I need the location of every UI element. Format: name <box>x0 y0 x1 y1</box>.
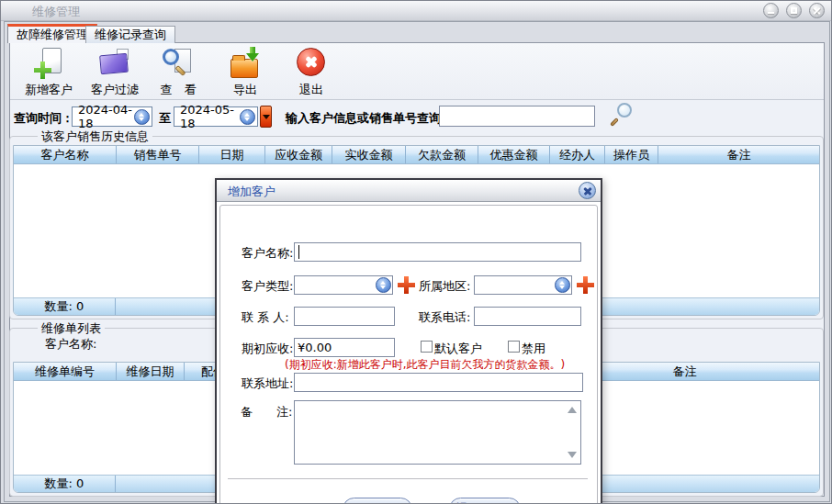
contact-address-input[interactable] <box>294 373 583 392</box>
export-label: 导出 <box>209 82 281 98</box>
new-customer-button[interactable]: 新增客户 <box>13 47 84 98</box>
disabled-label: 禁用 <box>522 341 545 357</box>
text-caret <box>298 245 299 259</box>
view-icon <box>162 47 195 80</box>
region-label: 所属地区: <box>419 278 470 295</box>
sales-history-table-header: 客户名称销售单号日期应收金额实收金额欠款金额优惠金额经办人操作员备注 <box>14 146 819 164</box>
add-customer-dialog: 增加客户 客户名称: 客户类型: 所属地区: 联 系 人: 联系电话: 期初应收… <box>215 178 602 504</box>
remark-textarea[interactable] <box>294 400 581 465</box>
search-input[interactable] <box>439 106 595 127</box>
magnifier-icon <box>617 103 632 118</box>
search-label: 输入客户信息或销售单号查询： <box>286 110 453 127</box>
minimize-icon <box>768 12 774 14</box>
minimize-button[interactable] <box>763 3 779 18</box>
opening-balance-input[interactable] <box>294 338 395 357</box>
column-header[interactable]: 维修日期 <box>116 363 184 380</box>
contact-person-input[interactable] <box>294 307 395 326</box>
disabled-checkbox[interactable] <box>508 341 520 353</box>
repair-list-group-title: 维修单列表 <box>38 320 105 337</box>
repair-customer-label: 客户名称: <box>45 336 96 353</box>
column-header[interactable]: 操作员 <box>604 146 658 163</box>
dialog-exit-button[interactable]: 退出(Esc) <box>449 498 521 504</box>
customer-filter-button[interactable]: 客户过滤 <box>79 47 151 98</box>
default-customer-label: 默认客户 <box>434 341 482 357</box>
sales-history-group-title: 该客户销售历史信息 <box>38 129 152 145</box>
contact-phone-input[interactable] <box>474 307 581 326</box>
combo-spinner-icon[interactable] <box>376 277 391 293</box>
date-from-field[interactable]: 2024-04-18 <box>72 106 152 127</box>
save-button[interactable]: 保存(F5) <box>343 498 412 504</box>
dialog-title: 增加客户 <box>228 184 275 200</box>
add-customer-type-button[interactable] <box>398 276 415 294</box>
default-customer-checkbox[interactable] <box>421 341 433 353</box>
column-header[interactable]: 日期 <box>198 146 264 163</box>
column-header[interactable]: 客户名称 <box>14 146 116 163</box>
column-header[interactable]: 欠款金额 <box>405 146 478 163</box>
dialog-body: 客户名称: 客户类型: 所属地区: 联 系 人: 联系电话: 期初应收: 默认客… <box>219 205 598 504</box>
exit-label: 退出 <box>275 82 347 98</box>
date-from-value: 2024-04-18 <box>78 103 134 130</box>
maximize-button[interactable] <box>786 3 802 18</box>
contact-phone-label: 联系电话: <box>419 309 470 326</box>
remark-label: 备 注: <box>241 404 292 420</box>
column-header[interactable]: 销售单号 <box>116 146 198 163</box>
date-to-field[interactable]: 2024-05-18 <box>174 106 258 127</box>
customer-name-input[interactable] <box>294 242 581 262</box>
customer-filter-label: 客户过滤 <box>79 82 151 98</box>
add-region-button[interactable] <box>577 276 594 294</box>
customer-name-label: 客户名称: <box>242 245 293 262</box>
scroll-down-icon[interactable] <box>568 452 577 458</box>
tab-repair-record-query[interactable]: 维修记录查询 <box>85 26 175 43</box>
column-header[interactable]: 经办人 <box>549 146 604 163</box>
tab-fault-repair-management[interactable]: 故障维修管理 <box>7 24 97 43</box>
dialog-divider <box>228 478 588 479</box>
scroll-up-icon[interactable] <box>568 407 577 413</box>
contact-person-label: 联 系 人: <box>242 309 289 326</box>
column-header[interactable]: 备注 <box>658 146 819 163</box>
column-header[interactable]: 应收金额 <box>264 146 332 163</box>
repair-list-count: 数量: 0 <box>14 476 116 492</box>
customer-type-select[interactable] <box>294 275 393 295</box>
export-icon <box>229 47 262 80</box>
magnifier-icon <box>610 118 619 127</box>
date-to-value: 2024-05-18 <box>180 103 240 130</box>
window-title: 维修管理 <box>32 4 80 20</box>
date-to-label: 至 <box>159 110 171 127</box>
app-window: 维修管理 故障维修管理 维修记录查询 新增客户 客户过滤 查 看 导出 退出 查… <box>0 0 832 504</box>
dialog-titlebar: 增加客户 <box>217 180 601 202</box>
view-button[interactable]: 查 看 <box>142 47 214 98</box>
dialog-close-button[interactable] <box>579 182 596 199</box>
opening-balance-hint: (期初应收:新增此客户时,此客户目前欠我方的货款金额。) <box>285 357 565 373</box>
view-label: 查 看 <box>142 82 214 98</box>
new-customer-icon <box>32 47 65 80</box>
query-time-label: 查询时间： <box>14 110 73 127</box>
region-select[interactable] <box>474 275 572 295</box>
column-header[interactable]: 维修单编号 <box>14 363 116 380</box>
combo-spinner-icon[interactable] <box>555 277 570 293</box>
exit-icon <box>295 47 328 80</box>
date-spinner-icon[interactable] <box>240 109 255 125</box>
export-button[interactable]: 导出 <box>209 47 281 98</box>
exit-button[interactable]: 退出 <box>275 47 347 98</box>
column-header[interactable]: 优惠金额 <box>478 146 549 163</box>
sales-history-count: 数量: 0 <box>14 298 116 315</box>
titlebar: 维修管理 <box>1 1 831 21</box>
new-customer-label: 新增客户 <box>13 82 84 98</box>
contact-address-label: 联系地址: <box>242 375 293 392</box>
search-magnifier-button[interactable] <box>609 103 634 128</box>
column-header[interactable]: 实收金额 <box>332 146 405 163</box>
customer-filter-icon <box>98 47 131 80</box>
date-dropdown-button[interactable] <box>260 106 272 128</box>
close-button[interactable] <box>809 3 825 18</box>
date-spinner-icon[interactable] <box>134 109 150 125</box>
customer-type-label: 客户类型: <box>242 278 293 295</box>
maximize-icon <box>791 7 797 14</box>
opening-balance-label: 期初应收: <box>242 341 293 357</box>
